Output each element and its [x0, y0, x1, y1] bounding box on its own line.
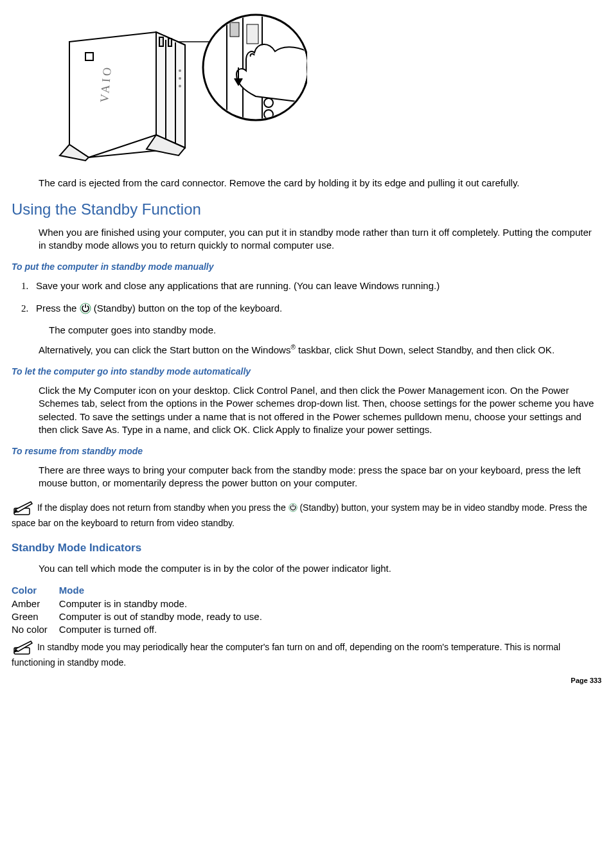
auto-standby-paragraph: Click the My Computer icon on your deskt… — [39, 384, 601, 436]
note-pencil-icon — [12, 499, 33, 517]
subhead-auto-standby: To let the computer go into standby mode… — [12, 366, 601, 378]
standby-icon — [80, 303, 91, 314]
subhead-resume-standby: To resume from standby mode — [12, 445, 601, 457]
cell-color: Green — [12, 610, 59, 623]
step-2-pre: Press the — [36, 303, 80, 314]
cell-mode: Computer is turned off. — [59, 623, 274, 636]
svg-rect-15 — [230, 22, 239, 37]
eject-card-illustration: VAIO — [50, 6, 601, 170]
table-header-row: Color Mode — [12, 584, 274, 597]
svg-point-8 — [179, 85, 181, 87]
standby-icon-small — [289, 503, 298, 512]
indicator-table: Color Mode Amber Computer is in standby … — [12, 584, 274, 636]
desktop-eject-diagram-svg: VAIO — [50, 6, 307, 167]
manual-standby-steps: Save your work and close any application… — [31, 279, 601, 315]
cell-color: No color — [12, 623, 59, 636]
note-fan: In standby mode you may periodically hea… — [12, 639, 601, 669]
eject-paragraph: The card is ejected from the card connec… — [39, 177, 601, 190]
svg-rect-16 — [247, 24, 258, 44]
subhead-manual-standby: To put the computer in standby mode manu… — [12, 261, 601, 273]
col-header-mode: Mode — [59, 584, 274, 597]
page-number: Page 333 — [12, 676, 601, 686]
cell-color: Amber — [12, 598, 59, 610]
note2-text: In standby mode you may periodically hea… — [12, 642, 560, 668]
indicators-intro: You can tell which mode the computer is … — [39, 562, 601, 575]
note-pencil-icon — [12, 639, 33, 657]
svg-rect-4 — [159, 37, 163, 46]
note1-pre: If the display does not return from stan… — [37, 502, 289, 512]
svg-rect-5 — [168, 39, 172, 46]
table-row: No color Computer is turned off. — [12, 623, 274, 636]
cell-mode: Computer is in standby mode. — [59, 598, 274, 610]
resume-paragraph: There are three ways to bring your compu… — [39, 464, 601, 490]
table-row: Green Computer is out of standby mode, r… — [12, 610, 274, 623]
heading-indicators: Standby Mode Indicators — [12, 541, 601, 556]
standby-intro-paragraph: When you are finished using your compute… — [39, 226, 601, 252]
step-2-result: The computer goes into standby mode. — [49, 324, 601, 337]
svg-point-6 — [179, 69, 181, 72]
step-2: Press the (Standby) button on the top of… — [31, 302, 601, 315]
note-video-standby: If the display does not return from stan… — [12, 499, 601, 530]
step-1: Save your work and close any application… — [31, 279, 601, 292]
section-heading-standby: Using the Standby Function — [12, 199, 601, 220]
alt-post: taskbar, click Shut Down, select Standby… — [296, 344, 555, 355]
table-row: Amber Computer is in standby mode. — [12, 598, 274, 610]
step-2-text: Press the (Standby) button on the top of… — [36, 303, 282, 314]
svg-rect-3 — [85, 53, 93, 60]
cell-mode: Computer is out of standby mode, ready t… — [59, 610, 274, 623]
registered-symbol: ® — [290, 344, 295, 351]
alt-pre: Alternatively, you can click the Start b… — [39, 344, 290, 355]
step-2-post: (Standby) button on the top of the keybo… — [94, 303, 283, 314]
col-header-color: Color — [12, 584, 59, 597]
alt-method-paragraph: Alternatively, you can click the Start b… — [39, 343, 601, 357]
step-1-text: Save your work and close any application… — [36, 280, 440, 291]
svg-point-7 — [179, 77, 181, 80]
